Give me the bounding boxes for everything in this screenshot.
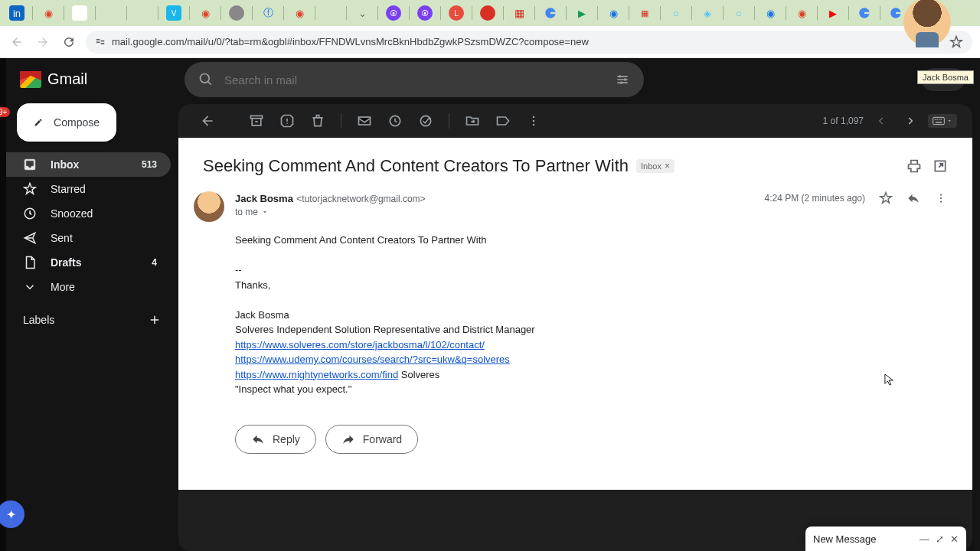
compose-minimized[interactable]: New Message — ⤢ ✕ (805, 527, 966, 551)
body-link[interactable]: https://www.udemy.com/courses/search/?sr… (235, 354, 510, 365)
tab-favicon[interactable]: ⌄ (354, 5, 370, 21)
print-button[interactable] (906, 158, 922, 174)
svg-point-5 (201, 74, 210, 83)
side-fab[interactable]: ✦ (0, 500, 24, 528)
add-to-tasks-button[interactable] (412, 107, 439, 135)
sender-avatar[interactable] (194, 191, 224, 222)
app-logo[interactable]: Gmail (6, 63, 178, 100)
svg-rect-18 (935, 119, 936, 119)
star-message-button[interactable] (879, 191, 893, 205)
back-to-inbox-button[interactable] (194, 107, 221, 135)
sender-name[interactable]: Jack Bosma (235, 193, 293, 204)
svg-rect-17 (933, 117, 945, 124)
inbox-label-chip[interactable]: Inbox × (636, 159, 675, 173)
remove-label-icon[interactable]: × (665, 161, 670, 171)
tab-favicon-google[interactable] (543, 5, 558, 21)
email-body: Seeking Comment And Content Creators To … (235, 233, 948, 397)
profile-avatar[interactable] (896, 0, 957, 60)
labels-button[interactable] (489, 107, 517, 135)
reply-icon-button[interactable] (906, 191, 920, 205)
site-settings-icon[interactable] (95, 37, 106, 47)
tab-favicon-youtube[interactable]: ▶ (825, 5, 841, 21)
labels-header: Labels (23, 314, 54, 326)
svg-point-8 (620, 82, 622, 84)
search-box[interactable] (185, 62, 644, 97)
nav-forward-button[interactable] (34, 33, 52, 51)
tab-favicon[interactable]: ▦ (637, 5, 652, 21)
tab-favicon-linkedin[interactable]: in (9, 5, 24, 21)
search-options-icon[interactable] (615, 72, 630, 87)
newer-button[interactable] (870, 109, 893, 132)
compose-title: New Message (813, 533, 876, 545)
tab-favicon[interactable]: ◉ (198, 5, 213, 21)
open-new-window-button[interactable] (933, 158, 948, 174)
nav-back-button[interactable] (8, 33, 26, 51)
report-spam-button[interactable] (273, 107, 301, 135)
sidebar: 9+ Gmail Compose Inbox 513 Starred Snooz… (6, 58, 178, 551)
sidebar-item-snoozed[interactable]: Snoozed (6, 201, 171, 226)
sidebar-item-more[interactable]: More (6, 275, 171, 299)
sidebar-count: 513 (142, 159, 157, 170)
sidebar-item-sent[interactable]: Sent (6, 226, 171, 250)
svg-point-25 (940, 197, 942, 199)
tab-favicon[interactable]: ○ (668, 5, 684, 21)
tab-favicon[interactable]: L (449, 5, 464, 21)
minimize-icon[interactable]: — (920, 533, 929, 545)
sidebar-item-inbox[interactable]: Inbox 513 (6, 152, 171, 177)
forward-button[interactable]: Forward (325, 425, 418, 454)
svg-rect-20 (939, 119, 939, 119)
input-tool-selector[interactable] (928, 114, 957, 128)
tab-favicon[interactable]: ◉ (41, 5, 56, 21)
email-toolbar: 1 of 1,097 (178, 104, 972, 138)
reply-button[interactable]: Reply (235, 425, 316, 454)
tab-favicon[interactable] (229, 5, 244, 21)
snooze-button[interactable] (381, 107, 409, 135)
to-line[interactable]: to me (235, 207, 426, 217)
body-link[interactable]: https://www.mightynetworks.com/find (235, 369, 398, 380)
move-to-button[interactable] (459, 107, 486, 135)
older-button[interactable] (899, 109, 922, 132)
nav-reload-button[interactable] (60, 33, 78, 51)
tab-favicon[interactable]: ◉ (763, 5, 778, 21)
tab-favicon[interactable] (480, 5, 495, 21)
tab-favicon[interactable]: ◉ (292, 5, 307, 21)
search-input[interactable] (224, 73, 604, 86)
url-field[interactable]: mail.google.com/mail/u/0/?tab=rm&ogbl#in… (86, 31, 972, 54)
tab-favicon[interactable]: ▶ (574, 5, 590, 21)
main-area: 1 of 1,097 Seeking Comment And Content C… (178, 58, 980, 551)
tab-favicon[interactable] (323, 5, 338, 21)
tab-favicon[interactable]: ⦿ (417, 5, 433, 21)
show-details-icon[interactable] (261, 208, 269, 216)
tab-favicon-facebook[interactable]: ⓕ (260, 5, 276, 21)
sidebar-item-starred[interactable]: Starred (6, 177, 171, 201)
content-panel: 1 of 1,097 Seeking Comment And Content C… (178, 104, 972, 551)
tab-favicon[interactable]: ◈ (700, 5, 715, 21)
sidebar-item-drafts[interactable]: Drafts 4 (6, 250, 171, 275)
search-icon[interactable] (198, 72, 214, 87)
send-icon (23, 231, 37, 245)
close-icon[interactable]: ✕ (950, 533, 959, 545)
tab-favicon[interactable]: ◉ (606, 5, 621, 21)
add-label-button[interactable] (148, 313, 162, 327)
body-link[interactable]: https://www.solveres.com/store/jackbosma… (235, 339, 485, 350)
svg-rect-3 (101, 43, 105, 44)
tab-favicon[interactable]: ⦿ (386, 5, 401, 21)
tab-favicon[interactable]: ◉ (794, 5, 809, 21)
sidebar-label: Snoozed (51, 207, 93, 220)
tab-favicon-calendar[interactable]: ▦ (511, 5, 527, 21)
maximize-icon[interactable]: ⤢ (936, 533, 944, 545)
archive-button[interactable] (243, 107, 270, 135)
tab-favicon[interactable] (72, 5, 87, 21)
mark-unread-button[interactable] (351, 107, 378, 135)
tab-favicon-google[interactable] (857, 5, 872, 21)
compose-button[interactable]: Compose (17, 103, 116, 142)
tab-favicon[interactable] (135, 5, 150, 21)
tab-favicon-vimeo[interactable]: V (166, 5, 181, 21)
tab-favicon[interactable] (103, 5, 119, 21)
message-more-button[interactable] (934, 191, 948, 205)
delete-button[interactable] (304, 107, 332, 135)
sidebar-label: Sent (51, 232, 73, 244)
more-actions-button[interactable] (520, 107, 547, 135)
notification-badge: 9+ (0, 107, 10, 117)
tab-favicon[interactable]: ○ (731, 5, 746, 21)
